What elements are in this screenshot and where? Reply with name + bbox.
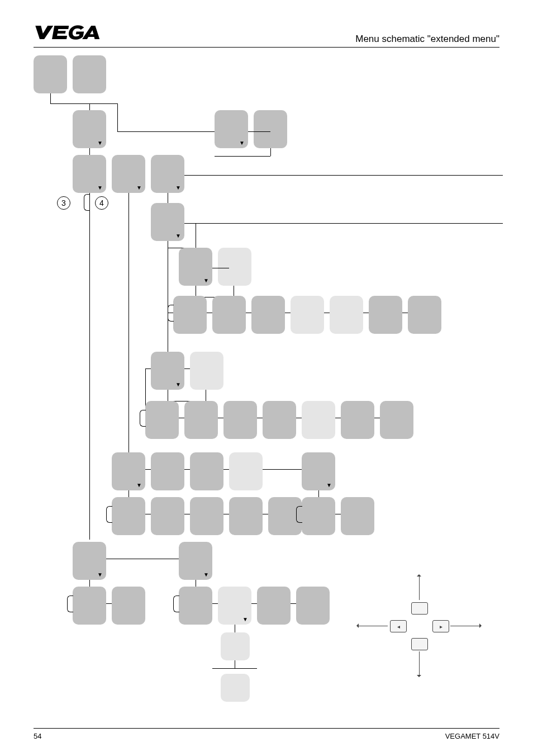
diagram-node (190, 497, 223, 535)
diagram-node (257, 587, 291, 625)
diagram-node (291, 296, 324, 334)
connector (117, 103, 118, 131)
arrow-left (358, 626, 388, 626)
diagram-node (341, 401, 374, 439)
diagram-node (151, 352, 184, 390)
connector (248, 131, 270, 132)
connector (168, 390, 168, 401)
diagram-node (254, 110, 287, 148)
diagram-node (73, 542, 106, 580)
connector (318, 490, 319, 497)
connector (129, 193, 129, 461)
vega-logo-icon (34, 22, 101, 42)
diagram-node (302, 401, 335, 439)
diagram-node (179, 587, 212, 625)
diagram-node (218, 248, 251, 286)
connector (129, 490, 129, 497)
connector (89, 204, 90, 540)
connector (184, 175, 503, 176)
bracket-icon (67, 596, 73, 612)
connector (215, 156, 270, 157)
diagram-node (229, 452, 263, 490)
nav-up-key (411, 602, 428, 615)
diagram-node (173, 296, 207, 334)
header-title: Menu schematic "extended menu" (355, 34, 499, 45)
diagram-node (73, 110, 106, 148)
connector (168, 313, 168, 352)
diagram-node (73, 587, 106, 625)
nav-right-key: ▸ (432, 620, 449, 632)
diagram-node (229, 497, 263, 535)
circled-label-4: 4 (95, 196, 108, 210)
diagram-node (341, 497, 374, 535)
connector (89, 580, 90, 587)
diagram-node (380, 401, 413, 439)
diagram-node (151, 155, 184, 193)
diagram-node (263, 401, 296, 439)
bracket-icon (296, 506, 302, 523)
logo-vega (34, 22, 101, 45)
diagram-node (34, 55, 67, 93)
diagram-node (218, 587, 251, 625)
bracket-icon (140, 410, 146, 427)
nav-left-key: ◂ (390, 620, 407, 632)
diagram-node (302, 452, 335, 490)
connector (196, 580, 196, 587)
connector (196, 223, 196, 248)
connector (235, 625, 235, 632)
connector (89, 148, 90, 155)
diagram-node (223, 401, 257, 439)
connector (206, 390, 206, 401)
arrow-right (450, 626, 480, 626)
connector (196, 286, 196, 297)
nav-down-key (411, 638, 428, 650)
connector (270, 148, 271, 156)
diagram-node (190, 452, 223, 490)
connector (50, 103, 117, 104)
arrow-up (419, 575, 420, 600)
diagram-node (151, 452, 184, 490)
diagram-node (302, 497, 335, 535)
diagram-node (112, 497, 145, 535)
connector (168, 248, 168, 313)
diagram-node (73, 55, 106, 93)
diagram-node (369, 296, 402, 334)
diagram-node (151, 497, 184, 535)
bracket-icon (168, 305, 174, 322)
diagram-node (251, 296, 285, 334)
diagram-node (112, 587, 145, 625)
diagram-node (330, 296, 363, 334)
diagram-node (184, 401, 218, 439)
connector (89, 103, 90, 110)
bracket-icon (173, 596, 179, 612)
header-divider (34, 47, 499, 48)
diagram-node (151, 203, 184, 241)
product-name: VEGAMET 514V (445, 732, 499, 740)
diagram-node (408, 296, 441, 334)
connector (50, 93, 51, 103)
circled-label-3: 3 (57, 196, 70, 210)
page-number: 54 (34, 732, 41, 740)
diagram-node (73, 155, 106, 193)
bracket-icon (106, 506, 112, 523)
page-footer: 54 VEGAMET 514V (34, 728, 499, 740)
diagram-node (145, 401, 179, 439)
diagram-node (190, 352, 223, 390)
nav-compass: ◂ ▸ (352, 575, 486, 676)
page-header: Menu schematic "extended menu" (34, 22, 499, 45)
diagram-node (112, 452, 145, 490)
diagram-node (179, 248, 212, 286)
connector (212, 268, 229, 268)
diagram-node (215, 110, 248, 148)
diagram-node (212, 296, 246, 334)
connector (168, 193, 168, 203)
connector (234, 286, 234, 297)
connector (212, 668, 257, 669)
diagram-node (221, 632, 250, 660)
diagram-canvas: 3 4 (34, 55, 503, 704)
connector (168, 241, 168, 248)
connector (184, 223, 503, 224)
diagram-node (179, 542, 212, 580)
connector (235, 660, 235, 668)
diagram-node (296, 587, 330, 625)
